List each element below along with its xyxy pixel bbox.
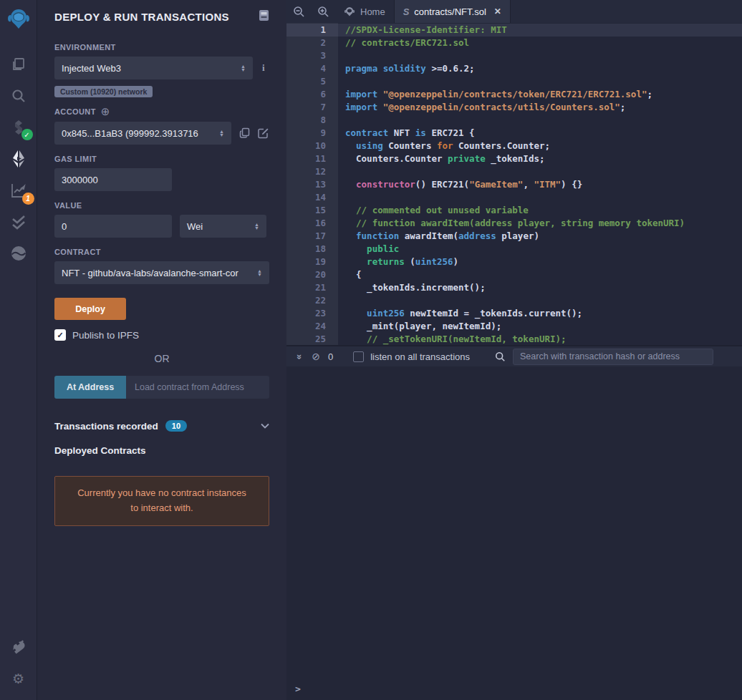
at-address-button[interactable]: At Address (54, 376, 126, 399)
debugger-icon[interactable] (0, 238, 37, 269)
sign-message-icon[interactable] (258, 127, 269, 139)
code-line[interactable]: 3 (286, 49, 742, 62)
environment-info-icon[interactable]: i (262, 62, 265, 74)
code-line[interactable]: 8 (286, 114, 742, 127)
tab-home[interactable]: Home (335, 0, 395, 23)
code-line[interactable]: 5 (286, 75, 742, 88)
code-line[interactable]: 17 function awardItem(address player) (286, 230, 742, 243)
deploy-button[interactable]: Deploy (54, 298, 126, 320)
code-line[interactable]: 10 using Counters for Counters.Counter; (286, 140, 742, 152)
code-line[interactable]: 25 // _setTokenURI(newItemId, tokenURI); (286, 333, 742, 345)
zoom-out-icon[interactable] (286, 0, 311, 23)
line-number[interactable]: 6 (286, 88, 338, 101)
code-line[interactable]: 13 constructor() ERC721("GameItem", "ITM… (286, 178, 742, 191)
line-number[interactable]: 24 (286, 320, 338, 333)
code-line[interactable]: 19 returns (uint256) (286, 256, 742, 268)
code-line[interactable]: 11 Counters.Counter private _tokenIds; (286, 152, 742, 165)
remix-ide-window: ✓ 1 (0, 0, 742, 700)
code-line[interactable]: 22 (286, 294, 742, 307)
line-number[interactable]: 5 (286, 75, 338, 88)
value-input[interactable]: 0 (54, 215, 172, 238)
pending-tx-count: 0 (328, 351, 333, 362)
gas-limit-label: GAS LIMIT (54, 155, 269, 163)
line-number[interactable]: 15 (286, 204, 338, 217)
terminal-search-input[interactable] (513, 349, 713, 365)
line-number[interactable]: 9 (286, 127, 338, 140)
file-explorer-icon[interactable] (0, 49, 37, 80)
or-divider-text: OR (54, 353, 269, 364)
transactions-recorded-row[interactable]: Transactions recorded 10 (54, 420, 269, 432)
line-number[interactable]: 1 (286, 24, 338, 37)
publish-ipfs-checkbox[interactable]: ✓ (54, 329, 66, 341)
code-line[interactable]: 16 // function awardItem(address player,… (286, 217, 742, 230)
line-number[interactable]: 18 (286, 243, 338, 256)
zoom-in-icon[interactable] (311, 0, 335, 23)
line-number[interactable]: 2 (286, 37, 338, 49)
line-number[interactable]: 25 (286, 333, 338, 345)
line-number[interactable]: 16 (286, 217, 338, 230)
plugin-manager-icon[interactable] (0, 631, 37, 663)
environment-select[interactable]: Injected Web3 ▲▼ (54, 57, 253, 79)
code-line[interactable]: 4pragma solidity >=0.6.2; (286, 62, 742, 75)
deploy-run-icon[interactable] (0, 143, 37, 175)
code-line[interactable]: 21 _tokenIds.increment(); (286, 281, 742, 294)
code-line[interactable]: 15 // commented out unused variable (286, 204, 742, 217)
copy-account-icon[interactable] (239, 127, 250, 139)
code-line[interactable]: 20 { (286, 268, 742, 281)
line-number[interactable]: 7 (286, 101, 338, 114)
settings-gear-icon[interactable]: ⚙ (0, 663, 37, 694)
line-number[interactable]: 11 (286, 152, 338, 165)
code-editor[interactable]: 1//SPDX-License-Identifier: MIT2// contr… (286, 23, 742, 345)
unit-testing-icon[interactable] (0, 206, 37, 238)
close-icon[interactable]: ✕ (494, 6, 501, 16)
line-number[interactable]: 19 (286, 256, 338, 268)
search-icon[interactable] (0, 80, 37, 112)
line-number[interactable]: 8 (286, 114, 338, 127)
line-number[interactable]: 12 (286, 165, 338, 178)
line-number[interactable]: 14 (286, 191, 338, 204)
code-line[interactable]: 7import "@openzeppelin/contracts/utils/C… (286, 101, 742, 114)
line-number[interactable]: 17 (286, 230, 338, 243)
code-line[interactable]: 14 (286, 191, 742, 204)
gas-limit-input[interactable]: 3000000 (54, 168, 172, 191)
terminal-search-icon (495, 351, 506, 362)
account-select[interactable]: 0x845...B1aB3 (999992.3913716 ▲▼ (54, 122, 231, 145)
line-number[interactable]: 3 (286, 49, 338, 62)
line-number[interactable]: 22 (286, 294, 338, 307)
chevron-down-icon[interactable] (261, 423, 269, 429)
value-unit-select[interactable]: Wei ▲▼ (180, 215, 266, 238)
solidity-compiler-icon[interactable]: ✓ (0, 112, 37, 143)
code-area: 1//SPDX-License-Identifier: MIT2// contr… (286, 23, 742, 345)
remix-logo-icon[interactable] (0, 0, 37, 37)
line-number[interactable]: 10 (286, 140, 338, 152)
code-line[interactable]: 23 uint256 newItemId = _tokenIds.current… (286, 307, 742, 320)
listen-transactions-checkbox[interactable] (353, 351, 364, 362)
tab-contracts-nft-sol[interactable]: S contracts/NFT.sol ✕ (395, 0, 511, 23)
clear-console-icon[interactable]: ⊘ (308, 351, 324, 362)
line-number[interactable]: 4 (286, 62, 338, 75)
line-number[interactable]: 21 (286, 281, 338, 294)
contract-select[interactable]: NFT - github/ava-labs/avalanche-smart-co… (54, 261, 269, 284)
code-line[interactable]: 18 public (286, 243, 742, 256)
contract-label: CONTRACT (54, 248, 269, 256)
terminal-expand-icon[interactable]: » (292, 351, 308, 362)
code-line[interactable]: 9contract NFT is ERC721 { (286, 127, 742, 140)
analytics-icon[interactable]: 1 (0, 175, 37, 206)
code-line[interactable]: 1//SPDX-License-Identifier: MIT (286, 24, 742, 37)
line-number[interactable]: 13 (286, 178, 338, 191)
code-line[interactable]: 12 (286, 165, 742, 178)
terminal-output[interactable]: > (286, 366, 742, 700)
code-line[interactable]: 6import "@openzeppelin/contracts/token/E… (286, 88, 742, 101)
remix-home-icon (344, 6, 355, 17)
select-arrows-icon: ▲▼ (254, 223, 259, 230)
at-address-input[interactable] (126, 376, 269, 399)
code-line[interactable]: 24 _mint(player, newItemId); (286, 320, 742, 333)
create-account-icon[interactable]: ⊕ (101, 106, 110, 117)
no-instances-message: Currently you have no contract instances… (54, 476, 269, 526)
documentation-icon[interactable] (259, 9, 269, 24)
value-label: VALUE (54, 201, 269, 210)
line-number[interactable]: 23 (286, 307, 338, 320)
line-number[interactable]: 20 (286, 268, 338, 281)
code-line[interactable]: 2// contracts/ERC721.sol (286, 37, 742, 49)
network-badge: Custom (10920) network (54, 86, 153, 97)
